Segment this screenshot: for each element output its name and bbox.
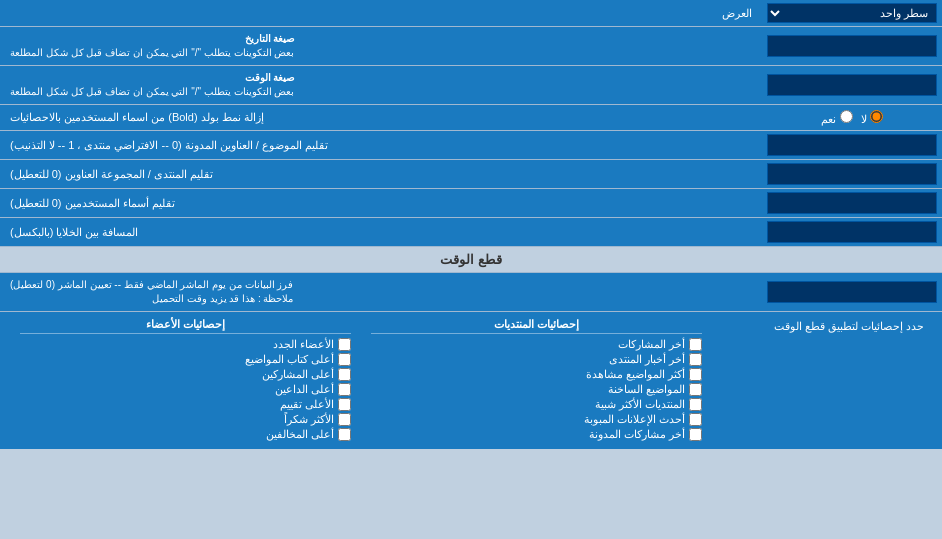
- posts-label-3: المواضيع الساخنة: [608, 383, 685, 396]
- members-item-1: أعلى كتاب المواضيع: [20, 353, 351, 366]
- members-label-0: الأعضاء الجدد: [273, 338, 334, 351]
- bold-remove-label: إزالة نمط بولد (Bold) من اسماء المستخدمي…: [0, 105, 762, 130]
- posts-checkbox-3[interactable]: [689, 383, 702, 396]
- posts-label-5: أحدث الإعلانات المبوبة: [584, 413, 685, 426]
- members-label-2: أعلى المشاركين: [262, 368, 334, 381]
- time-format-input-cell: H:i: [762, 66, 942, 104]
- members-label-5: الأكثر شكراً: [284, 413, 334, 426]
- cutoff-input[interactable]: 0: [767, 281, 937, 303]
- topic-titles-text: تقليم الموضوع / العناوين المدونة (0 -- ا…: [10, 138, 328, 153]
- forum-titles-label: تقليم المنتدى / المجموعة العناوين (0 للت…: [0, 160, 762, 188]
- date-format-title: صيغة التاريخ: [10, 32, 294, 46]
- topic-titles-input[interactable]: 33: [767, 134, 937, 156]
- cutoff-title: قطع الوقت: [440, 252, 502, 267]
- members-stats-col: إحصائيات الأعضاء الأعضاء الجدد أعلى كتاب…: [10, 318, 361, 443]
- usernames-input[interactable]: 0: [767, 192, 937, 214]
- members-checkbox-3[interactable]: [338, 383, 351, 396]
- time-format-title: صيغة الوقت: [10, 71, 294, 85]
- posts-item-3: المواضيع الساخنة: [371, 383, 702, 396]
- display-row: سطر واحدسطرينثلاثة أسطر العرض: [0, 0, 942, 27]
- members-stats-header: إحصائيات الأعضاء: [20, 318, 351, 334]
- time-format-row: H:i صيغة الوقت بعض التكوينات يتطلب "/" ا…: [0, 66, 942, 105]
- members-checkbox-0[interactable]: [338, 338, 351, 351]
- date-format-row: d-m صيغة التاريخ بعض التكوينات يتطلب "/"…: [0, 27, 942, 66]
- topic-titles-label: تقليم الموضوع / العناوين المدونة (0 -- ا…: [0, 131, 762, 159]
- cell-spacing-row: 2 المسافة بين الخلايا (بالبكسل): [0, 218, 942, 247]
- posts-label-4: المنتديات الأكثر شبية: [595, 398, 685, 411]
- forum-titles-row: 33 تقليم المنتدى / المجموعة العناوين (0 …: [0, 160, 942, 189]
- members-checkbox-1[interactable]: [338, 353, 351, 366]
- stats-grid: حدد إحصائيات لتطبيق قطع الوقت إحصائيات ا…: [10, 318, 932, 443]
- posts-checkbox-2[interactable]: [689, 368, 702, 381]
- date-format-input[interactable]: d-m: [767, 35, 937, 57]
- posts-checkbox-1[interactable]: [689, 353, 702, 366]
- cutoff-sublabel: ملاحظة : هذا قد يزيد وقت التحميل: [10, 292, 293, 306]
- members-label-3: أعلى الداعين: [275, 383, 334, 396]
- radio-yes-label: نعم: [821, 110, 852, 126]
- members-checkbox-6[interactable]: [338, 428, 351, 441]
- members-label-4: الأعلى تقييم: [280, 398, 334, 411]
- posts-item-0: أخر المشاركات: [371, 338, 702, 351]
- cutoff-input-cell: 0: [762, 273, 942, 311]
- display-dropdown-cell: سطر واحدسطرينثلاثة أسطر: [762, 0, 942, 26]
- radio-no[interactable]: [870, 110, 883, 123]
- posts-checkbox-5[interactable]: [689, 413, 702, 426]
- bold-remove-row: لا نعم إزالة نمط بولد (Bold) من اسماء ال…: [0, 105, 942, 131]
- apply-label: حدد إحصائيات لتطبيق قطع الوقت: [720, 318, 924, 333]
- cell-spacing-input-cell: 2: [762, 218, 942, 246]
- time-format-input[interactable]: H:i: [767, 74, 937, 96]
- bold-radio-cell: لا نعم: [762, 105, 942, 130]
- posts-checkbox-4[interactable]: [689, 398, 702, 411]
- date-format-input-cell: d-m: [762, 27, 942, 65]
- members-checkbox-4[interactable]: [338, 398, 351, 411]
- members-item-5: الأكثر شكراً: [20, 413, 351, 426]
- posts-item-4: المنتديات الأكثر شبية: [371, 398, 702, 411]
- cell-spacing-input[interactable]: 2: [767, 221, 937, 243]
- posts-item-1: أخر أخبار المنتدى: [371, 353, 702, 366]
- posts-checkbox-0[interactable]: [689, 338, 702, 351]
- posts-item-6: أخر مشاركات المدونة: [371, 428, 702, 441]
- members-item-2: أعلى المشاركين: [20, 368, 351, 381]
- members-item-6: أعلى المخالفين: [20, 428, 351, 441]
- posts-item-2: أكثر المواضيع مشاهدة: [371, 368, 702, 381]
- members-label-6: أعلى المخالفين: [266, 428, 334, 441]
- members-checkbox-2[interactable]: [338, 368, 351, 381]
- cell-spacing-label: المسافة بين الخلايا (بالبكسل): [0, 218, 762, 246]
- time-format-label: صيغة الوقت بعض التكوينات يتطلب "/" التي …: [0, 66, 762, 104]
- radio-yes[interactable]: [840, 110, 853, 123]
- posts-stats-header: إحصائيات المنتديات: [371, 318, 702, 334]
- display-label: العرض: [0, 2, 762, 25]
- usernames-row: 0 تقليم أسماء المستخدمين (0 للتعطيل): [0, 189, 942, 218]
- display-select[interactable]: سطر واحدسطرينثلاثة أسطر: [767, 3, 937, 23]
- usernames-input-cell: 0: [762, 189, 942, 217]
- members-checkbox-5[interactable]: [338, 413, 351, 426]
- apply-column: حدد إحصائيات لتطبيق قطع الوقت: [712, 318, 932, 443]
- usernames-text: تقليم أسماء المستخدمين (0 للتعطيل): [10, 196, 175, 211]
- cutoff-row: 0 فرز البيانات من يوم الماشر الماضي فقط …: [0, 273, 942, 312]
- members-item-4: الأعلى تقييم: [20, 398, 351, 411]
- posts-item-5: أحدث الإعلانات المبوبة: [371, 413, 702, 426]
- forum-titles-text: تقليم المنتدى / المجموعة العناوين (0 للت…: [10, 167, 213, 182]
- bold-remove-text: إزالة نمط بولد (Bold) من اسماء المستخدمي…: [10, 110, 264, 125]
- date-format-label: صيغة التاريخ بعض التكوينات يتطلب "/" الت…: [0, 27, 762, 65]
- members-item-0: الأعضاء الجدد: [20, 338, 351, 351]
- cutoff-label: فرز البيانات من يوم الماشر الماضي فقط --…: [0, 273, 762, 311]
- members-item-3: أعلى الداعين: [20, 383, 351, 396]
- topic-titles-input-cell: 33: [762, 131, 942, 159]
- cutoff-main-label: فرز البيانات من يوم الماشر الماضي فقط --…: [10, 278, 293, 292]
- stats-section: حدد إحصائيات لتطبيق قطع الوقت إحصائيات ا…: [0, 312, 942, 449]
- posts-label-2: أكثر المواضيع مشاهدة: [586, 368, 685, 381]
- posts-checkbox-6[interactable]: [689, 428, 702, 441]
- posts-stats-col: إحصائيات المنتديات أخر المشاركات أخر أخب…: [361, 318, 712, 443]
- usernames-label: تقليم أسماء المستخدمين (0 للتعطيل): [0, 189, 762, 217]
- display-text: العرض: [722, 7, 752, 19]
- date-format-sublabel: بعض التكوينات يتطلب "/" التي يمكن ان تضا…: [10, 46, 294, 60]
- time-format-sublabel: بعض التكوينات يتطلب "/" التي يمكن ان تضا…: [10, 85, 294, 99]
- cutoff-section-header: قطع الوقت: [0, 247, 942, 273]
- posts-label-6: أخر مشاركات المدونة: [589, 428, 685, 441]
- posts-label-1: أخر أخبار المنتدى: [609, 353, 685, 366]
- members-label-1: أعلى كتاب المواضيع: [245, 353, 334, 366]
- posts-label-0: أخر المشاركات: [618, 338, 685, 351]
- cell-spacing-text: المسافة بين الخلايا (بالبكسل): [10, 225, 139, 240]
- forum-titles-input[interactable]: 33: [767, 163, 937, 185]
